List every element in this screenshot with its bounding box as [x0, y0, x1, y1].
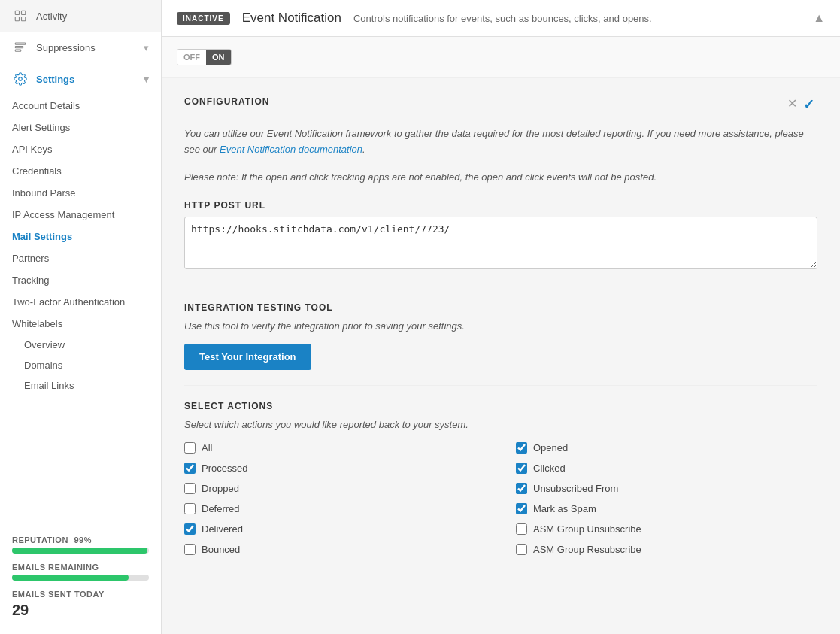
sidebar-item-credentials[interactable]: Credentials [0, 160, 161, 182]
save-button[interactable]: ✓ [800, 96, 817, 113]
sidebar-item-partners[interactable]: Partners [0, 247, 161, 269]
config-description: You can utilize our Event Notification f… [184, 126, 817, 158]
select-actions-title: SELECT ACTIONS [184, 401, 817, 411]
on-off-toggle[interactable]: OFF ON [177, 49, 232, 65]
svg-rect-4 [15, 43, 26, 44]
sidebar-item-settings[interactable]: Settings ▾ [0, 63, 161, 95]
checkbox-item-delivered: Delivered [184, 523, 486, 535]
sidebar-item-inbound-parse[interactable]: Inbound Parse [0, 182, 161, 204]
checkbox-item-opened: Opened [516, 442, 817, 454]
sidebar: Activity Suppressions ▾ Settings ▾ Accou… [0, 0, 162, 634]
checkbox-item-dropped: Dropped [184, 483, 486, 494]
config-note: Please note: If the open and click track… [184, 170, 817, 186]
svg-rect-1 [22, 11, 26, 14]
emails-remaining-progress-fill [12, 575, 129, 581]
checkbox-processed[interactable] [184, 463, 196, 474]
checkbox-unsubscribed-label: Unsubscribed From [533, 483, 618, 494]
checkbox-item-processed: Processed [184, 463, 486, 474]
sidebar-item-suppressions[interactable]: Suppressions ▾ [0, 32, 161, 63]
checkbox-asm-group-unsubscribe[interactable] [516, 523, 527, 535]
sidebar-item-suppressions-label: Suppressions [36, 42, 96, 53]
actions-checkbox-grid: All Opened Processed Clicked Dropped Uns… [184, 442, 817, 555]
sidebar-item-two-factor-auth[interactable]: Two-Factor Authentication [0, 291, 161, 313]
sidebar-item-domains[interactable]: Domains [0, 355, 161, 375]
suppressions-icon [12, 39, 29, 56]
configuration-panel: CONFIGURATION ✕ ✓ You can utilize our Ev… [162, 78, 840, 573]
sidebar-item-settings-label: Settings [36, 74, 74, 85]
sidebar-item-activity[interactable]: Activity [0, 0, 161, 32]
svg-rect-3 [22, 17, 26, 21]
checkbox-deferred-label: Deferred [202, 503, 240, 514]
emails-remaining-progress-bg [12, 575, 149, 581]
url-field-label: HTTP POST URL [184, 200, 817, 211]
checkbox-clicked[interactable] [516, 463, 527, 474]
configuration-title: CONFIGURATION [184, 96, 784, 107]
checkbox-all[interactable] [184, 442, 196, 454]
checkbox-item-bounced: Bounced [184, 544, 486, 555]
event-notification-title: Event Notification [242, 11, 341, 26]
checkbox-mark-as-spam[interactable] [516, 503, 527, 514]
sidebar-item-overview[interactable]: Overview [0, 335, 161, 355]
reputation-label: REPUTATION 99% [12, 535, 149, 545]
sidebar-item-ip-access-management[interactable]: IP Access Management [0, 204, 161, 226]
sidebar-item-alert-settings[interactable]: Alert Settings [0, 117, 161, 138]
checkbox-item-deferred: Deferred [184, 503, 486, 514]
checkbox-item-clicked: Clicked [516, 463, 817, 474]
sidebar-item-email-links[interactable]: Email Links [0, 375, 161, 396]
checkbox-item-mark-as-spam: Mark as Spam [516, 503, 817, 514]
suppressions-chevron-icon: ▾ [144, 42, 149, 53]
checkbox-asm-group-resubscribe-label: ASM Group Resubscribe [533, 544, 641, 555]
checkbox-delivered[interactable] [184, 523, 196, 535]
close-button[interactable]: ✕ [784, 96, 800, 111]
checkbox-all-label: All [202, 442, 212, 454]
section-divider-2 [184, 385, 817, 386]
http-post-url-input[interactable]: https://hooks.stitchdata.com/v1/client/7… [184, 217, 817, 269]
emails-remaining-label: EMAILS REMAINING [12, 563, 149, 572]
checkbox-processed-label: Processed [202, 463, 247, 474]
svg-rect-5 [15, 47, 23, 48]
checkbox-item-unsubscribed: Unsubscribed From [516, 483, 817, 494]
event-notification-doc-link[interactable]: Event Notification documentation [220, 144, 362, 155]
toggle-row: OFF ON [162, 37, 840, 78]
event-notification-description: Controls notifications for events, such … [353, 13, 801, 24]
checkbox-dropped[interactable] [184, 483, 196, 494]
checkbox-opened[interactable] [516, 442, 527, 454]
select-actions-description: Select which actions you would like repo… [184, 419, 817, 430]
sidebar-item-whitelabels[interactable]: Whitelabels [0, 313, 161, 335]
svg-rect-0 [15, 11, 19, 14]
event-notification-header: INACTIVE Event Notification Controls not… [162, 0, 840, 37]
reputation-progress-fill [12, 548, 147, 554]
sidebar-item-activity-label: Activity [36, 11, 67, 22]
svg-point-7 [19, 77, 23, 81]
activity-icon [12, 8, 29, 24]
test-integration-button[interactable]: Test Your Integration [184, 344, 311, 370]
toggle-on-label[interactable]: ON [206, 50, 231, 65]
section-divider-1 [184, 287, 817, 287]
inactive-badge: INACTIVE [177, 12, 230, 25]
sidebar-item-tracking[interactable]: Tracking [0, 269, 161, 291]
integration-testing-description: Use this tool to verify the integration … [184, 320, 817, 332]
toggle-off-label[interactable]: OFF [177, 50, 206, 65]
sidebar-item-account-details[interactable]: Account Details [0, 95, 161, 117]
reputation-progress-bg [12, 548, 149, 554]
sidebar-item-mail-settings[interactable]: Mail Settings [0, 226, 161, 247]
main-content: INACTIVE Event Notification Controls not… [162, 0, 840, 634]
checkbox-opened-label: Opened [533, 442, 568, 454]
settings-chevron-icon: ▾ [144, 74, 149, 85]
checkbox-bounced[interactable] [184, 544, 196, 555]
svg-rect-2 [15, 17, 19, 21]
checkbox-asm-group-unsubscribe-label: ASM Group Unsubscribe [533, 523, 641, 535]
integration-testing-title: INTEGRATION TESTING TOOL [184, 302, 817, 313]
checkbox-item-asm-group-unsubscribe: ASM Group Unsubscribe [516, 523, 817, 535]
emails-sent-count: 29 [12, 602, 149, 619]
checkbox-unsubscribed-from[interactable] [516, 483, 527, 494]
checkbox-clicked-label: Clicked [533, 463, 566, 474]
collapse-button[interactable]: ▲ [813, 11, 825, 25]
emails-sent-label: EMAILS SENT TODAY [12, 590, 149, 599]
sidebar-item-api-keys[interactable]: API Keys [0, 138, 161, 160]
settings-icon [12, 71, 29, 87]
checkbox-deferred[interactable] [184, 503, 196, 514]
checkbox-asm-group-resubscribe[interactable] [516, 544, 527, 555]
checkbox-bounced-label: Bounced [202, 544, 240, 555]
svg-rect-6 [15, 50, 21, 51]
